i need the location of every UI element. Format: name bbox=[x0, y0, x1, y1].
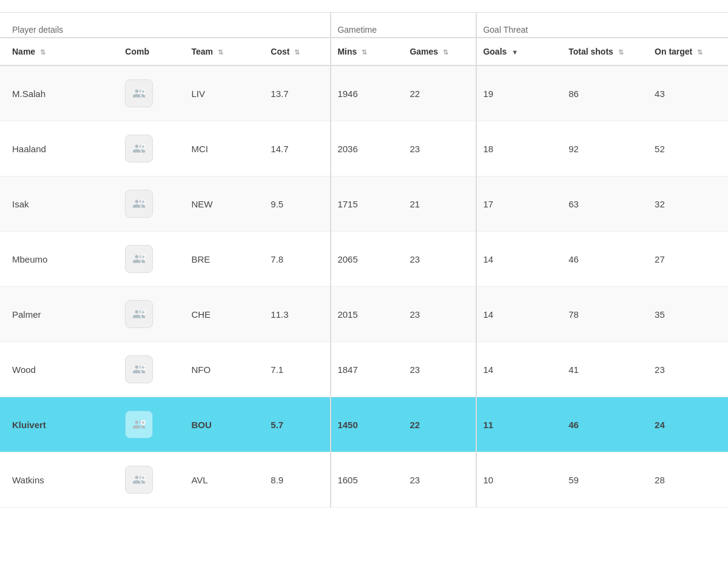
cell-cost: 11.3 bbox=[265, 287, 331, 342]
cell-mins: 1715 bbox=[331, 176, 403, 232]
cell-on-target: 27 bbox=[649, 232, 728, 287]
cell-on-target: 32 bbox=[649, 176, 728, 232]
add-player-button[interactable] bbox=[125, 190, 153, 218]
table-row: Palmer CHE 11.3 2015 23 14 78 35 bbox=[0, 287, 728, 342]
cell-on-target: 24 bbox=[649, 397, 728, 452]
sort-icon-cost: ⇅ bbox=[294, 49, 300, 56]
cell-team: CHE bbox=[185, 287, 265, 342]
cell-name: Wood bbox=[0, 342, 119, 397]
add-player-button[interactable] bbox=[125, 245, 153, 273]
sort-icon-games: ⇅ bbox=[443, 49, 448, 56]
cell-games: 22 bbox=[403, 65, 476, 121]
section-player-details: Player details bbox=[0, 13, 185, 38]
cell-goals: 11 bbox=[476, 397, 562, 452]
cell-name: Palmer bbox=[0, 287, 119, 342]
cell-total-shots: 78 bbox=[562, 287, 649, 342]
sort-icon-goals: ▼ bbox=[511, 49, 518, 56]
cell-team: BOU bbox=[185, 397, 265, 452]
add-player-button[interactable] bbox=[125, 300, 153, 328]
sort-icon-team: ⇅ bbox=[218, 49, 223, 56]
sort-icon-name: ⇅ bbox=[40, 49, 46, 56]
sort-icon-total-shots: ⇅ bbox=[618, 49, 624, 56]
cell-mins: 2036 bbox=[331, 121, 403, 176]
cell-mins: 2015 bbox=[331, 287, 403, 342]
cell-cost: 7.1 bbox=[265, 342, 331, 397]
table-row: Watkins AVL 8.9 1605 23 10 59 28 bbox=[0, 452, 728, 508]
cell-cost: 13.7 bbox=[265, 65, 331, 121]
col-header-mins[interactable]: Mins ⇅ bbox=[331, 38, 403, 65]
cell-goals: 17 bbox=[476, 176, 562, 232]
cell-goals: 18 bbox=[476, 121, 562, 176]
add-player-button[interactable] bbox=[125, 411, 153, 438]
col-header-goals[interactable]: Goals ▼ bbox=[476, 38, 562, 65]
main-container: Player details Gametime Goal Threat Name… bbox=[0, 0, 728, 584]
cell-team: NFO bbox=[185, 342, 265, 397]
add-player-button[interactable] bbox=[125, 355, 153, 383]
section-goal-threat: Goal Threat bbox=[476, 13, 728, 38]
col-header-team[interactable]: Team ⇅ bbox=[185, 38, 265, 65]
cell-cost: 14.7 bbox=[265, 121, 331, 176]
section-gametime: Gametime bbox=[331, 13, 476, 38]
cell-on-target: 52 bbox=[649, 121, 728, 176]
col-header-comb[interactable]: Comb bbox=[119, 38, 185, 65]
cell-games: 22 bbox=[403, 397, 476, 452]
cell-games: 23 bbox=[403, 121, 476, 176]
cell-games: 23 bbox=[403, 287, 476, 342]
cell-team: LIV bbox=[185, 65, 265, 121]
cell-name: Mbeumo bbox=[0, 232, 119, 287]
cell-total-shots: 92 bbox=[562, 121, 649, 176]
cell-goals: 14 bbox=[476, 342, 562, 397]
cell-comb bbox=[119, 176, 185, 232]
section-header-row: Player details Gametime Goal Threat bbox=[0, 13, 728, 38]
table-row: Kluivert BOU 5.7 1450 22 11 46 24 bbox=[0, 397, 728, 452]
cell-cost: 8.9 bbox=[265, 452, 331, 508]
add-player-button[interactable] bbox=[125, 79, 153, 107]
sort-icon-mins: ⇅ bbox=[362, 49, 367, 56]
cell-goals: 14 bbox=[476, 232, 562, 287]
cell-games: 23 bbox=[403, 452, 476, 508]
cell-mins: 1946 bbox=[331, 65, 403, 121]
cell-total-shots: 63 bbox=[562, 176, 649, 232]
sort-icon-on-target: ⇅ bbox=[697, 49, 703, 56]
player-table: Player details Gametime Goal Threat Name… bbox=[0, 12, 728, 508]
cell-total-shots: 86 bbox=[562, 65, 649, 121]
table-row: M.Salah LIV 13.7 1946 22 19 86 43 bbox=[0, 65, 728, 121]
cell-mins: 1450 bbox=[331, 397, 403, 452]
cell-cost: 9.5 bbox=[265, 176, 331, 232]
cell-games: 23 bbox=[403, 342, 476, 397]
cell-mins: 1605 bbox=[331, 452, 403, 508]
cell-team: MCI bbox=[185, 121, 265, 176]
table-row: Haaland MCI 14.7 2036 23 18 92 52 bbox=[0, 121, 728, 176]
cell-comb bbox=[119, 287, 185, 342]
cell-comb bbox=[119, 121, 185, 176]
cell-name: Watkins bbox=[0, 452, 119, 508]
cell-games: 23 bbox=[403, 232, 476, 287]
cell-on-target: 23 bbox=[649, 342, 728, 397]
cell-mins: 2065 bbox=[331, 232, 403, 287]
cell-total-shots: 59 bbox=[562, 452, 649, 508]
table-row: Wood NFO 7.1 1847 23 14 41 23 bbox=[0, 342, 728, 397]
cell-name: M.Salah bbox=[0, 65, 119, 121]
cell-comb bbox=[119, 342, 185, 397]
cell-on-target: 28 bbox=[649, 452, 728, 508]
cell-total-shots: 46 bbox=[562, 232, 649, 287]
cell-team: AVL bbox=[185, 452, 265, 508]
col-header-cost[interactable]: Cost ⇅ bbox=[265, 38, 331, 65]
cell-total-shots: 41 bbox=[562, 342, 649, 397]
col-header-total-shots[interactable]: Total shots ⇅ bbox=[562, 38, 649, 65]
cell-comb bbox=[119, 232, 185, 287]
cell-goals: 10 bbox=[476, 452, 562, 508]
col-header-name[interactable]: Name ⇅ bbox=[0, 38, 119, 65]
column-header-row: Name ⇅ Comb Team ⇅ Cost ⇅ Mins ⇅ bbox=[0, 38, 728, 65]
col-header-on-target[interactable]: On target ⇅ bbox=[649, 38, 728, 65]
table-row: Mbeumo BRE 7.8 2065 23 14 46 27 bbox=[0, 232, 728, 287]
cell-name: Isak bbox=[0, 176, 119, 232]
cell-comb bbox=[119, 65, 185, 121]
cell-total-shots: 46 bbox=[562, 397, 649, 452]
cell-team: BRE bbox=[185, 232, 265, 287]
add-player-button[interactable] bbox=[125, 135, 153, 163]
add-player-button[interactable] bbox=[125, 466, 153, 494]
col-header-games[interactable]: Games ⇅ bbox=[403, 38, 476, 65]
cell-comb bbox=[119, 397, 185, 452]
cell-goals: 14 bbox=[476, 287, 562, 342]
